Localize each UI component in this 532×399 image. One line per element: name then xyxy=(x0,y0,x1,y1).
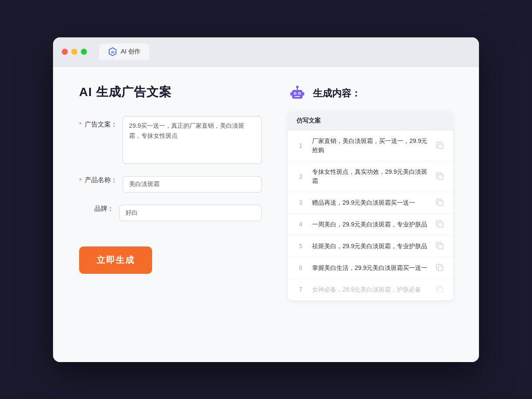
row-number: 7 xyxy=(296,286,305,293)
tab-label: AI 创作 xyxy=(121,48,140,56)
table-row: 7 女神必备，29.9元美白淡斑霜，护肤必备 xyxy=(288,279,453,300)
product-name-input[interactable] xyxy=(123,176,262,193)
table-row: 1 厂家直销，美白淡斑霜，买一送一，29.9元抢购 xyxy=(288,130,453,161)
svg-rect-7 xyxy=(295,96,300,97)
robot-icon xyxy=(288,84,307,103)
ai-tab[interactable]: AI AI 创作 xyxy=(99,43,149,60)
ai-icon: AI xyxy=(108,47,117,57)
table-header: 仿写文案 xyxy=(288,112,453,130)
label-product-name: 产品名称： xyxy=(83,176,117,184)
table-row: 6 掌握美白生活，29.9元美白淡斑霜买一送一 xyxy=(288,257,453,279)
row-number: 5 xyxy=(296,243,305,249)
svg-rect-18 xyxy=(438,288,443,293)
traffic-lights xyxy=(62,49,87,55)
row-text: 一周美白，29.9元美白淡斑霜，专业护肤品 xyxy=(312,220,429,229)
row-number: 6 xyxy=(296,264,305,271)
svg-text:AI: AI xyxy=(111,50,114,54)
row-text: 女神必备，29.9元美白淡斑霜，护肤必备 xyxy=(312,285,429,294)
svg-point-9 xyxy=(296,86,299,88)
browser-window: AI AI 创作 AI 生成广告文案 * 广告文案： 29.9买一送一，真正的厂… xyxy=(53,37,479,362)
left-panel: AI 生成广告文案 * 广告文案： 29.9买一送一，真正的厂家直销，美白淡斑霜… xyxy=(79,84,262,345)
svg-rect-11 xyxy=(303,92,304,96)
minimize-button[interactable] xyxy=(71,49,77,55)
result-title: 生成内容： xyxy=(313,87,361,100)
table-row: 5 祛斑美白，29.9元美白淡斑霜，专业护肤品 xyxy=(288,236,453,257)
svg-rect-10 xyxy=(290,92,292,96)
svg-rect-12 xyxy=(438,144,443,149)
copy-icon[interactable] xyxy=(436,198,444,207)
copy-icon[interactable] xyxy=(436,242,444,250)
svg-rect-15 xyxy=(438,223,443,227)
generate-button[interactable]: 立即生成 xyxy=(79,246,152,274)
svg-point-5 xyxy=(295,93,296,94)
copy-icon[interactable] xyxy=(436,220,444,229)
table-row: 2 专抹女性斑点，真实功效，29.9元美白淡斑霜 xyxy=(288,161,453,192)
svg-rect-14 xyxy=(438,201,443,206)
right-panel: 生成内容： 仿写文案 1 厂家直销，美白淡斑霜，买一送一，29.9元抢购 2 专… xyxy=(288,84,453,345)
svg-rect-16 xyxy=(438,244,443,249)
required-star-2: * xyxy=(79,176,82,184)
row-number: 3 xyxy=(296,199,305,206)
row-text: 厂家直销，美白淡斑霜，买一送一，29.9元抢购 xyxy=(312,136,429,155)
row-text: 专抹女性斑点，真实功效，29.9元美白淡斑霜 xyxy=(312,167,429,186)
svg-rect-2 xyxy=(292,90,303,99)
main-content: AI 生成广告文案 * 广告文案： 29.9买一送一，真正的厂家直销，美白淡斑霜… xyxy=(53,66,479,362)
copy-icon[interactable] xyxy=(436,263,444,272)
required-star-1: * xyxy=(79,120,82,128)
copy-icon[interactable] xyxy=(436,141,444,150)
row-number: 4 xyxy=(296,221,305,228)
brand-input[interactable] xyxy=(119,205,262,221)
svg-rect-13 xyxy=(438,175,443,180)
tab-bar: AI AI 创作 xyxy=(99,43,149,60)
row-number: 1 xyxy=(296,142,305,149)
close-button[interactable] xyxy=(62,49,68,55)
table-row: 4 一周美白，29.9元美白淡斑霜，专业护肤品 xyxy=(288,214,453,236)
row-text: 掌握美白生活，29.9元美白淡斑霜买一送一 xyxy=(312,263,429,273)
form-group-brand: 品牌： xyxy=(79,205,262,221)
form-group-product-name: * 产品名称： xyxy=(79,176,262,193)
svg-point-6 xyxy=(299,93,300,94)
copy-icon[interactable] xyxy=(436,285,444,294)
copy-icon[interactable] xyxy=(436,172,444,181)
result-table: 仿写文案 1 厂家直销，美白淡斑霜，买一送一，29.9元抢购 2 专抹女性斑点，… xyxy=(288,112,453,300)
svg-rect-17 xyxy=(438,266,443,271)
maximize-button[interactable] xyxy=(81,49,87,55)
result-header: 生成内容： xyxy=(288,84,453,103)
label-brand: 品牌： xyxy=(79,205,114,213)
titlebar: AI AI 创作 xyxy=(53,37,479,66)
row-text: 祛斑美白，29.9元美白淡斑霜，专业护肤品 xyxy=(312,242,429,251)
table-row: 3 赠品再送，29.9元美白淡斑霜买一送一 xyxy=(288,192,453,214)
page-title: AI 生成广告文案 xyxy=(79,84,262,100)
row-number: 2 xyxy=(296,173,305,180)
form-group-ad-copy: * 广告文案： 29.9买一送一，真正的厂家直销，美白淡斑霜，专抹女性斑点 xyxy=(79,116,262,164)
row-text: 赠品再送，29.9元美白淡斑霜买一送一 xyxy=(312,198,429,207)
label-ad-copy: 广告文案： xyxy=(83,120,117,129)
ad-copy-input[interactable]: 29.9买一送一，真正的厂家直销，美白淡斑霜，专抹女性斑点 xyxy=(123,116,262,164)
